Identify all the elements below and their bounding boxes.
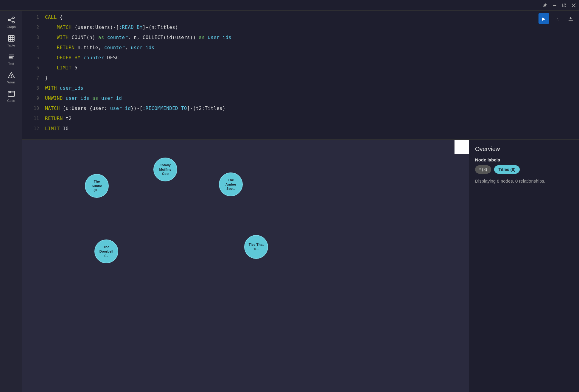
sidebar-item-graph[interactable]: Graph bbox=[1, 13, 22, 32]
sidebar-item-table-label: Table bbox=[7, 43, 15, 47]
download-button[interactable] bbox=[566, 14, 575, 23]
svg-line-8 bbox=[10, 20, 13, 22]
code-line-6: 6 LIMIT 5 bbox=[22, 65, 579, 75]
node-labels-list: * (8) Titles (8) bbox=[475, 165, 573, 174]
code-line-7: 7 } bbox=[22, 75, 579, 85]
code-line-9: 9 UNWIND user_ids as user_id bbox=[22, 95, 579, 105]
title-bar bbox=[0, 0, 579, 11]
code-lines: 1 CALL { 2 MATCH (users:Users)-[:READ_BY… bbox=[22, 11, 579, 139]
node-ties-that[interactable]: Ties ThatTi... bbox=[244, 235, 268, 259]
overview-panel: Overview Node labels * (8) Titles (8) Di… bbox=[469, 140, 579, 392]
results-area: TotallyMuffinsCoo TheSubtle(H... TheAmbe… bbox=[22, 140, 579, 392]
code-line-5: 5 ORDER BY counter DESC bbox=[22, 55, 579, 65]
code-editor: ▶ ☆ 1 CALL { 2 MATCH (u bbox=[22, 11, 579, 140]
node-subtle[interactable]: TheSubtle(H... bbox=[85, 174, 109, 198]
code-line-1: 1 CALL { bbox=[22, 14, 579, 24]
svg-rect-0 bbox=[553, 5, 556, 6]
code-line-3: 3 WITH COUNT(n) as counter, n, COLLECT(i… bbox=[22, 35, 579, 45]
badge-all[interactable]: * (8) bbox=[475, 165, 491, 174]
minimize-button[interactable] bbox=[552, 2, 558, 8]
close-button[interactable] bbox=[571, 2, 577, 8]
sidebar-item-table[interactable]: Table bbox=[1, 32, 22, 50]
sidebar-item-code-label: Code bbox=[7, 99, 15, 102]
overview-info: Displaying 8 nodes, 0 relationships. bbox=[475, 178, 573, 183]
node-totally-muffins[interactable]: TotallyMuffinsCoo bbox=[153, 158, 177, 181]
pin-button[interactable] bbox=[542, 2, 548, 8]
code-line-10: 10 MATCH (u:Users {user: user_id})-[:REC… bbox=[22, 105, 579, 116]
svg-point-20 bbox=[11, 77, 12, 77]
node-labels-section: Node labels * (8) Titles (8) bbox=[475, 157, 573, 174]
star-button[interactable]: ☆ bbox=[553, 14, 562, 23]
sidebar: Graph Table Text bbox=[0, 11, 22, 392]
sidebar-item-graph-label: Graph bbox=[7, 25, 16, 29]
node-labels-section-label: Node labels bbox=[475, 157, 573, 162]
sidebar-item-code[interactable]: Code bbox=[1, 87, 22, 105]
svg-rect-25 bbox=[569, 20, 573, 21]
run-button[interactable]: ▶ bbox=[538, 13, 549, 24]
code-line-2: 2 MATCH (users:Users)-[:READ_BY]→(n:Titl… bbox=[22, 24, 579, 35]
main-layout: Graph Table Text bbox=[0, 11, 579, 392]
svg-line-1 bbox=[564, 4, 566, 6]
sidebar-item-text[interactable]: Text bbox=[1, 50, 22, 69]
node-amber-spy[interactable]: TheAmberSpy... bbox=[219, 172, 243, 196]
badge-titles[interactable]: Titles (8) bbox=[494, 165, 519, 174]
svg-rect-9 bbox=[8, 35, 14, 41]
graph-overlay-square bbox=[455, 140, 469, 154]
sidebar-item-text-label: Text bbox=[8, 62, 14, 66]
code-line-4: 4 RETURN n.title, counter, user_ids bbox=[22, 45, 579, 55]
expand-button[interactable] bbox=[561, 2, 567, 8]
code-line-8: 8 WITH user_ids bbox=[22, 85, 579, 95]
overview-title: Overview bbox=[475, 146, 573, 153]
graph-canvas[interactable]: TotallyMuffinsCoo TheSubtle(H... TheAmbe… bbox=[22, 140, 469, 392]
svg-point-24 bbox=[10, 92, 10, 92]
sidebar-item-warn[interactable]: Warn bbox=[1, 69, 22, 87]
sidebar-item-warn-label: Warn bbox=[7, 80, 15, 84]
svg-line-7 bbox=[10, 18, 13, 20]
code-toolbar: ▶ ☆ bbox=[538, 13, 575, 24]
content-area: ▶ ☆ 1 CALL { 2 MATCH (u bbox=[22, 11, 579, 392]
svg-point-4 bbox=[8, 19, 10, 21]
node-doorbell[interactable]: TheDoorbell(... bbox=[94, 239, 118, 263]
code-line-11: 11 RETURN t2 bbox=[22, 116, 579, 126]
code-line-12: 12 LIMIT 10 bbox=[22, 126, 579, 136]
svg-point-23 bbox=[9, 92, 9, 92]
